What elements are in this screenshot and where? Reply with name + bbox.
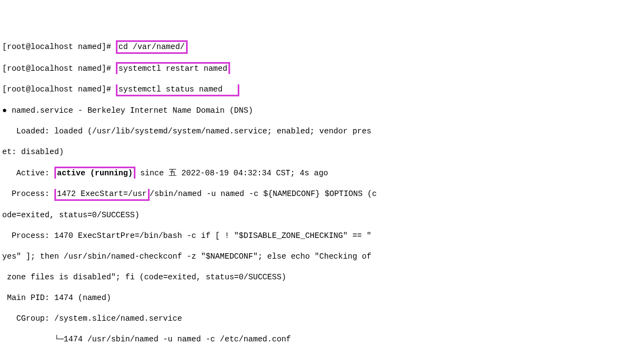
status-proc1b: ode=exited, status=0/SUCCESS) (2, 210, 642, 221)
highlight-proc: 1472 ExecStart=/usr (54, 189, 150, 201)
status-active: Active: active (running) since 五 2022-08… (2, 168, 642, 179)
status-loaded: Loaded: loaded (/usr/lib/systemd/system/… (2, 126, 642, 137)
highlight-cd: cd /var/named/ (116, 40, 188, 54)
highlight-restart: systemctl restart named (116, 62, 230, 74)
status-proc2c: zone files is disabled"; fi (code=exited… (2, 272, 642, 283)
line-restart: [root@localhost named]# systemctl restar… (2, 63, 642, 74)
terminal-output[interactable]: [root@localhost named]# cd /var/named/ [… (2, 31, 642, 349)
status-mainpid: Main PID: 1474 (named) (2, 293, 642, 303)
status-proc2b: yes" ]; then /usr/sbin/named-checkconf -… (2, 252, 642, 262)
line-cd: [root@localhost named]# cd /var/named/ (2, 41, 642, 53)
status-loaded2: et: disabled) (2, 147, 642, 157)
status-proc2a: Process: 1470 ExecStartPre=/bin/bash -c … (2, 231, 642, 241)
prompt: [root@localhost named]# (2, 85, 116, 94)
status-proc1: Process: 1472 ExecStart=/usr/sbin/named … (2, 189, 642, 200)
status-cgroup2: └─1474 /usr/sbin/named -u named -c /etc/… (2, 334, 642, 345)
line-status: [root@localhost named]# systemctl status… (2, 84, 642, 95)
status-cgroup: CGroup: /system.slice/named.service (2, 314, 642, 324)
highlight-active: active (running) (54, 167, 135, 179)
prompt: [root@localhost named]# (2, 64, 116, 73)
prompt: [root@localhost named]# (2, 42, 116, 51)
status-unit: ● named.service - Berkeley Internet Name… (2, 106, 642, 116)
active-running: active (running) (57, 169, 133, 177)
highlight-status: systemctl status named (116, 84, 240, 96)
